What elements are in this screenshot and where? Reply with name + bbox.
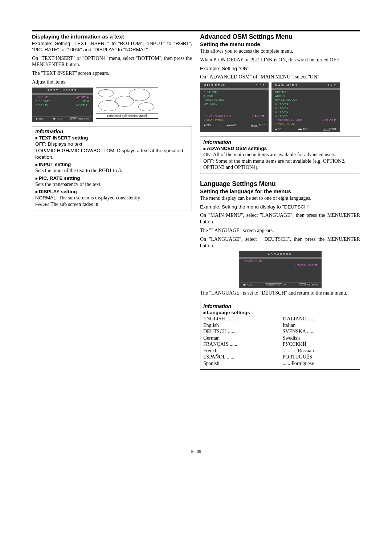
lang-instr-1: On "MAIN MENU", select "LANGUAGE", then … <box>200 212 360 225</box>
heading-text-display: Displaying the information as a text <box>32 33 192 40</box>
adv-desc-1: This allows you to access the complete m… <box>200 48 360 54</box>
lang-instr-3: On "LANGUAGE", select " DEUTSCH", then p… <box>200 236 360 249</box>
osm-language: LANGUAGE →LANGUAGE : ◀DEUTSCH ▶ ◀▶ ADJ.M… <box>239 251 322 288</box>
osm-main-menu-on: MAIN MENU1 / 2 PICTURE AUDIO IMAGE ADJUS… <box>271 82 340 132</box>
instruction-2: The "TEXT INSERT" screen appears. <box>32 70 192 77</box>
info-language: Information Language settings ENGLISH ..… <box>200 301 360 370</box>
heading-lang-set: Setting the language for the menus <box>200 188 360 194</box>
page-number: En-36 <box>32 450 360 454</box>
instruction-1: On "TEXT INSERT" of "OPTION4" menu, sele… <box>32 55 192 68</box>
left-column: Displaying the information as a text Exa… <box>32 33 192 370</box>
osm-text-insert: TEXT INSERT →INPUT: ◀RGB1▶ PIC. RATE: 10… <box>32 88 93 122</box>
lang-desc: The menu display can be set to one of ei… <box>200 195 360 202</box>
osm-main-menu-off: MAIN MENU1 / 2 PICTURE AUDIO IMAGE ADJUS… <box>200 82 269 132</box>
adv-desc-2: When P. ON DELAY or PLE LINK is ON, this… <box>200 57 360 63</box>
heading-language: Language Settings Menu <box>200 181 360 188</box>
split-screen-diagram: Enhanced split screen Model <box>96 88 158 119</box>
lang-confirm: The "LANGUAGE" is set to "DEUTSCH" and r… <box>200 290 360 296</box>
example-text: Example: Setting "TEXT INSERT" to "BOTTO… <box>32 40 192 53</box>
info-text-insert: Information TEXT INSERT setting OFF: Dis… <box>32 126 192 211</box>
right-column: Advanced OSM Settings Menu Setting the m… <box>200 33 360 370</box>
heading-advanced-osm: Advanced OSM Settings Menu <box>200 33 360 41</box>
instruction-3: Adjust the items. <box>32 79 192 85</box>
adv-example: Example: Setting "ON" <box>200 65 360 72</box>
lang-example: Example: Setting the menu display to "DE… <box>200 204 360 210</box>
heading-menu-mode: Setting the menu mode <box>200 41 360 47</box>
info-advanced-osm: Information ADVANCED OSM settings ON: Al… <box>200 137 360 174</box>
adv-instr: On "ADVANCED OSM" of "MAIN MENU", select… <box>200 74 360 80</box>
lang-instr-2: The "LANGUAGE" screen appears. <box>200 227 360 234</box>
